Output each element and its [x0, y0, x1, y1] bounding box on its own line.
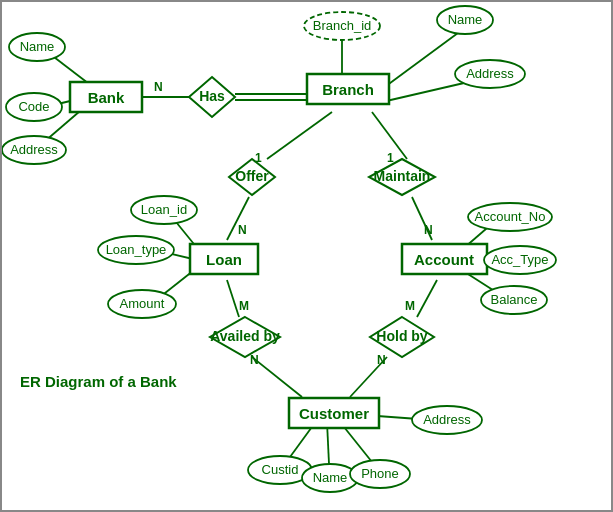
entity-branch: Branch	[307, 74, 389, 104]
svg-text:Acc_Type: Acc_Type	[491, 252, 548, 267]
svg-text:Name: Name	[20, 39, 55, 54]
svg-text:Loan: Loan	[206, 251, 242, 268]
attr-branch-address: Address	[455, 60, 525, 88]
svg-text:Availed by: Availed by	[210, 328, 280, 344]
svg-text:Account_No: Account_No	[475, 209, 546, 224]
diagram-label: ER Diagram of a Bank	[20, 373, 177, 390]
relation-hold-by: Hold by	[370, 317, 434, 357]
svg-text:N: N	[377, 353, 386, 367]
entity-loan: Loan	[190, 244, 258, 274]
svg-text:Amount: Amount	[120, 296, 165, 311]
relation-maintain: Maintain	[369, 159, 435, 195]
svg-text:N: N	[424, 223, 433, 237]
attr-loan-id: Loan_id	[131, 196, 197, 224]
attr-customer-address: Address	[412, 406, 482, 434]
svg-line-7	[227, 280, 239, 317]
svg-text:Address: Address	[10, 142, 58, 157]
svg-text:Address: Address	[466, 66, 514, 81]
svg-text:M: M	[405, 299, 415, 313]
entity-customer: Customer	[289, 398, 379, 428]
attr-account-no: Account_No	[468, 203, 552, 231]
svg-text:M: M	[239, 299, 249, 313]
svg-text:Branch: Branch	[322, 81, 374, 98]
svg-text:Name: Name	[448, 12, 483, 27]
svg-text:Custid: Custid	[262, 462, 299, 477]
svg-text:Offer: Offer	[235, 168, 269, 184]
svg-text:Phone: Phone	[361, 466, 399, 481]
svg-text:Customer: Customer	[299, 405, 369, 422]
attr-bank-code: Code	[6, 93, 62, 121]
relation-offer: Offer	[229, 159, 275, 195]
svg-line-13	[382, 30, 462, 89]
svg-text:N: N	[154, 80, 163, 94]
svg-text:Hold by: Hold by	[376, 328, 428, 344]
svg-text:Loan_type: Loan_type	[106, 242, 167, 257]
svg-line-9	[417, 280, 437, 317]
attr-customer-phone: Phone	[350, 460, 410, 488]
attr-bank-name: Name	[9, 33, 65, 61]
svg-text:Account: Account	[414, 251, 474, 268]
attr-branch-name: Name	[437, 6, 493, 34]
svg-text:Address: Address	[423, 412, 471, 427]
svg-text:Balance: Balance	[491, 292, 538, 307]
svg-text:Name: Name	[313, 470, 348, 485]
svg-line-3	[267, 112, 332, 159]
svg-line-8	[252, 357, 302, 397]
svg-text:N: N	[250, 353, 259, 367]
attr-acc-type: Acc_Type	[484, 246, 556, 274]
svg-text:Code: Code	[18, 99, 49, 114]
attr-balance: Balance	[481, 286, 547, 314]
relation-has: Has	[189, 77, 235, 117]
svg-text:Has: Has	[199, 88, 225, 104]
attr-customer-name: Name	[302, 464, 358, 492]
relation-availed-by: Availed by	[210, 317, 280, 357]
entity-account: Account	[402, 244, 487, 274]
svg-text:N: N	[238, 223, 247, 237]
attr-bank-address: Address	[2, 136, 66, 164]
entity-bank: Bank	[70, 82, 142, 112]
svg-text:Branch_id: Branch_id	[313, 18, 372, 33]
attr-loan-type: Loan_type	[98, 236, 174, 264]
attr-loan-amount: Amount	[108, 290, 176, 318]
attr-branch-id: Branch_id	[304, 12, 380, 40]
svg-text:Maintain: Maintain	[374, 168, 431, 184]
svg-text:Bank: Bank	[88, 89, 125, 106]
svg-text:Loan_id: Loan_id	[141, 202, 187, 217]
